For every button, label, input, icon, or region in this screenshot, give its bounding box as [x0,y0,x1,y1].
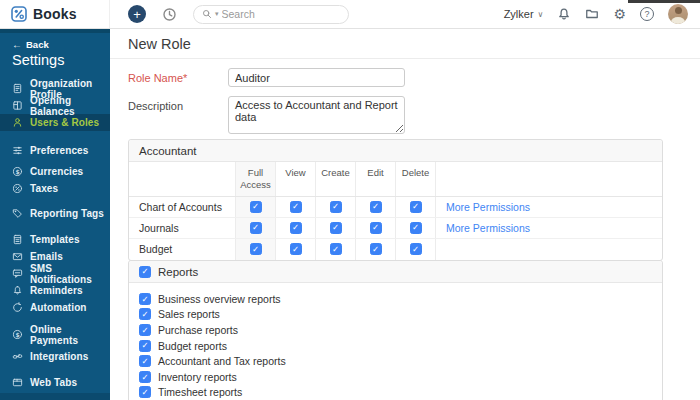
top-bar-main: + ▾ Zylker ∨ ⚙ ? [110,0,700,28]
organization-profile-icon [12,83,23,94]
role-form: Role Name* Description Access to Account… [110,59,700,134]
reminders-bell-icon [12,285,23,296]
organization-selector[interactable]: Zylker ∨ [504,8,544,20]
page-header: New Role [110,29,700,59]
role-name-input[interactable] [228,68,405,87]
column-edit: Edit [355,162,395,196]
sms-chat-icon [12,268,23,279]
chart-of-accounts-create-checkbox[interactable] [330,201,342,213]
sidebar-item-preferences[interactable]: Preferences [0,142,110,159]
sidebar-item-sms-notifications[interactable]: SMS Notifications [0,265,110,282]
journals-view-checkbox[interactable] [290,222,302,234]
column-create: Create [315,162,355,196]
accountant-panel-header: Accountant [129,140,662,162]
chart-of-accounts-view-checkbox[interactable] [290,201,302,213]
column-delete: Delete [395,162,435,196]
journals-more-permissions-link[interactable]: More Permissions [446,222,530,234]
search-icon [202,9,212,19]
column-view: View [275,162,315,196]
svg-text:$: $ [15,331,19,338]
recent-history-button[interactable] [162,7,177,22]
back-arrow-icon: ← [12,39,22,50]
emails-envelope-icon [12,251,23,262]
sidebar-item-automation[interactable]: Automation [0,299,110,316]
budget-edit-checkbox[interactable] [370,243,382,255]
top-bar: Books + ▾ Zylker ∨ ⚙ [0,0,700,29]
purchase-reports-checkbox[interactable] [139,324,151,336]
user-avatar[interactable] [668,4,688,24]
permission-row-budget: Budget [129,239,662,260]
back-button[interactable]: ← Back [0,33,110,51]
help-icon[interactable]: ? [640,7,654,21]
web-tabs-icon [12,377,23,388]
reports-list: Business overview reports Sales reports … [129,283,662,400]
search-bar[interactable]: ▾ [193,5,349,24]
settings-gear-icon[interactable]: ⚙ [613,7,626,21]
page-title: New Role [128,36,191,52]
sidebar-item-currencies[interactable]: $ Currencies [0,163,110,180]
preferences-sliders-icon [12,145,23,156]
inventory-reports-checkbox[interactable] [139,371,151,383]
chart-of-accounts-delete-checkbox[interactable] [410,201,422,213]
sidebar-item-online-payments[interactable]: $ Online Payments [0,326,110,343]
sidebar-item-integrations[interactable]: Integrations [0,348,110,365]
sidebar-item-templates[interactable]: Templates [0,231,110,248]
history-clock-icon [162,7,177,22]
journals-create-checkbox[interactable] [330,222,342,234]
timesheet-reports-checkbox[interactable] [139,386,151,398]
integrations-link-icon [12,351,23,362]
chart-of-accounts-full-access-checkbox[interactable] [250,201,262,213]
permissions-column-headers: Full Access View Create Edit Delete [129,162,662,197]
business-overview-reports-checkbox[interactable] [139,293,151,305]
reports-panel: Reports Business overview reports Sales … [128,260,663,400]
report-item-sales: Sales reports [133,307,652,323]
currencies-icon: $ [12,166,23,177]
journals-edit-checkbox[interactable] [370,222,382,234]
svg-text:$: $ [15,168,19,175]
sidebar-item-users-roles[interactable]: Users & Roles [0,114,110,131]
sales-reports-checkbox[interactable] [139,308,151,320]
reports-panel-header: Reports [129,261,662,283]
search-scope-caret-icon[interactable]: ▾ [215,10,219,18]
online-payments-icon: $ [12,329,23,340]
documents-folder-icon[interactable] [585,7,599,21]
report-item-budget: Budget reports [133,338,652,354]
screen-edge-artifact [628,0,700,3]
taxes-percent-icon [12,183,23,194]
sidebar-item-opening-balances[interactable]: Opening Balances [0,97,110,114]
sidebar-item-reporting-tags[interactable]: Reporting Tags [0,205,110,222]
chart-of-accounts-edit-checkbox[interactable] [370,201,382,213]
sidebar-item-reminders[interactable]: Reminders [0,282,110,299]
brand-logo[interactable]: Books [0,0,110,28]
description-label: Description [128,96,228,134]
column-full-access: Full Access [235,162,275,196]
budget-view-checkbox[interactable] [290,243,302,255]
report-item-accountant-tax: Accountant and Tax reports [133,353,652,369]
role-name-row: Role Name* [128,68,700,87]
accountant-tax-reports-checkbox[interactable] [139,355,151,367]
accountant-permissions-panel: Accountant Full Access View Create Edit … [128,139,663,261]
reports-panel-title: Reports [158,266,198,278]
budget-delete-checkbox[interactable] [410,243,422,255]
budget-full-access-checkbox[interactable] [250,243,262,255]
notifications-bell-icon[interactable] [557,7,571,21]
journals-full-access-checkbox[interactable] [250,222,262,234]
budget-create-checkbox[interactable] [330,243,342,255]
budget-reports-checkbox[interactable] [139,340,151,352]
chart-of-accounts-more-permissions-link[interactable]: More Permissions [446,201,530,213]
top-bar-actions: Zylker ∨ ⚙ ? [504,4,688,24]
sidebar-item-web-tabs[interactable]: Web Tabs [0,374,110,391]
automation-refresh-icon [12,302,23,313]
description-input[interactable]: Access to Accountant and Report data [228,96,405,134]
journals-delete-checkbox[interactable] [410,222,422,234]
search-input[interactable] [222,8,340,20]
reporting-tags-icon [12,208,23,219]
quick-create-button[interactable]: + [128,5,146,23]
settings-sidebar: ← Back Settings Organization Profile Ope… [0,29,110,400]
reports-section-checkbox[interactable] [139,266,151,278]
users-roles-icon [12,117,23,128]
report-item-timesheet: Timesheet reports [133,385,652,400]
brand-name: Books [33,6,77,22]
sidebar-item-taxes[interactable]: Taxes [0,180,110,197]
role-name-label: Role Name* [128,68,228,87]
